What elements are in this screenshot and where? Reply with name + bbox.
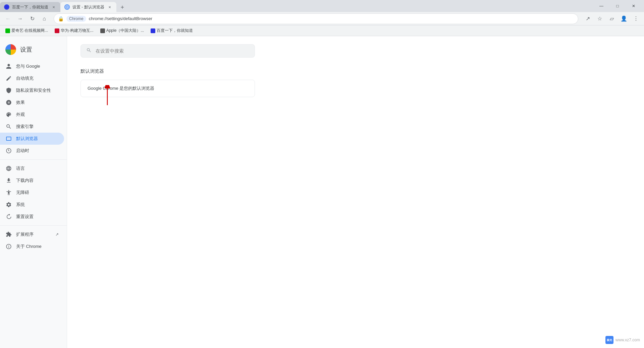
tab-label-settings: 设置 - 默认浏览器 <box>72 4 104 10</box>
more-icon: ⋮ <box>633 15 639 22</box>
minimize-button[interactable]: — <box>594 1 609 11</box>
split-icon: ▱ <box>610 15 614 22</box>
extensions-icon <box>5 231 12 238</box>
home-button[interactable]: ⌂ <box>39 13 50 24</box>
sidebar-label-google: 您与 Google <box>16 63 40 69</box>
toolbar-actions: ↗ ☆ ▱ 👤 ⋮ <box>582 13 641 24</box>
chrome-logo <box>5 44 16 55</box>
sidebar-item-downloads[interactable]: 下载内容 <box>0 175 64 187</box>
settings-search-input[interactable] <box>96 48 249 54</box>
settings-search-bar[interactable] <box>80 44 255 58</box>
sidebar-item-startup[interactable]: 启动时 <box>0 145 64 157</box>
sidebar-item-autofill[interactable]: 自动填充 <box>0 72 64 84</box>
languages-icon <box>5 165 12 172</box>
sidebar-item-performance[interactable]: 效果 <box>0 96 64 109</box>
bookmark-huawei[interactable]: 华为·构建万物互... <box>52 27 96 35</box>
tab-baidu[interactable]: 百度一下，你就知道 ✕ <box>0 2 60 12</box>
toolbar: ← → ↻ ⌂ 🔒 Chrome chrome://settings/defau… <box>0 12 644 25</box>
bookmark-favicon-apple <box>100 28 105 33</box>
forward-button[interactable]: → <box>15 13 25 24</box>
maximize-button[interactable]: □ <box>610 1 625 11</box>
refresh-button[interactable]: ↻ <box>27 13 38 24</box>
privacy-icon <box>5 87 12 94</box>
share-button[interactable]: ↗ <box>582 13 593 24</box>
more-button[interactable]: ⋮ <box>631 13 641 24</box>
sidebar-item-extensions[interactable]: 扩展程序 ↗ <box>0 228 64 240</box>
lock-icon: 🔒 <box>58 16 64 21</box>
forward-icon: → <box>17 16 23 22</box>
sidebar-item-privacy[interactable]: 隐私设置和安全性 <box>0 84 64 96</box>
home-icon: ⌂ <box>43 16 46 22</box>
system-icon <box>5 201 12 208</box>
sidebar-label-performance: 效果 <box>16 99 25 106</box>
appearance-icon <box>5 111 12 118</box>
sidebar-item-default-browser[interactable]: 默认浏览器 <box>0 133 64 145</box>
sidebar-label-reset: 重置设置 <box>16 214 34 220</box>
close-button[interactable]: ✕ <box>626 1 641 11</box>
accessibility-icon <box>5 189 12 196</box>
settings-main-wrap: 默认浏览器 Google Chrome 是您的默认浏览器 <box>67 36 644 348</box>
share-icon: ↗ <box>586 15 590 22</box>
sidebar-label-autofill: 自动填充 <box>16 75 34 81</box>
address-bar[interactable]: 🔒 Chrome chrome://settings/defaultBrowse… <box>54 13 578 24</box>
bookmark-label-apple: Apple（中国大陆）... <box>106 28 144 33</box>
autofill-icon <box>5 75 12 82</box>
tab-label-baidu: 百度一下，你就知道 <box>12 4 48 10</box>
title-bar: 百度一下，你就知道 ✕ 设置 - 默认浏览器 ✕ + — □ ✕ <box>0 0 644 12</box>
reset-icon <box>5 213 12 220</box>
default-browser-text: Google Chrome 是您的默认浏览器 <box>88 85 154 91</box>
performance-icon <box>5 99 12 106</box>
bookmark-icon: ☆ <box>597 15 602 22</box>
bookmark-button[interactable]: ☆ <box>594 13 605 24</box>
search-engine-icon <box>5 123 12 130</box>
settings-title: 设置 <box>20 46 32 54</box>
sidebar-label-downloads: 下载内容 <box>16 178 34 184</box>
default-browser-card: Google Chrome 是您的默认浏览器 <box>80 80 255 97</box>
back-button[interactable]: ← <box>3 13 13 24</box>
bookmark-baidu[interactable]: 百度一下，你就知道 <box>148 27 196 35</box>
settings-search-icon <box>86 48 92 54</box>
tab-close-settings[interactable]: ✕ <box>107 4 112 10</box>
address-chip: Chrome <box>66 16 86 22</box>
sidebar-item-google[interactable]: 您与 Google <box>0 60 64 72</box>
split-button[interactable]: ▱ <box>606 13 617 24</box>
sidebar-item-about[interactable]: 关于 Chrome <box>0 240 64 253</box>
bookmark-favicon-baidu2 <box>151 28 155 33</box>
sidebar-divider-2 <box>0 225 67 226</box>
profile-button[interactable]: 👤 <box>619 13 629 24</box>
tab-settings[interactable]: 设置 - 默认浏览器 ✕ <box>60 2 116 12</box>
bookmark-label-huawei: 华为·构建万物互... <box>61 28 93 33</box>
refresh-icon: ↻ <box>30 15 35 22</box>
watermark-label: www.xz7.com <box>615 338 640 342</box>
bookmark-apple[interactable]: Apple（中国大陆）... <box>98 27 147 35</box>
back-icon: ← <box>5 16 11 22</box>
new-tab-button[interactable]: + <box>118 3 127 12</box>
sidebar-label-about: 关于 Chrome <box>16 243 42 250</box>
sidebar-label-privacy: 隐私设置和安全性 <box>16 87 51 93</box>
sidebar-label-languages: 语言 <box>16 165 25 171</box>
sidebar-item-reset[interactable]: 重置设置 <box>0 211 64 223</box>
sidebar: 设置 您与 Google 自动填充 隐私设置和安全性 <box>0 36 67 348</box>
sidebar-divider <box>0 159 67 160</box>
tab-favicon-settings <box>64 4 70 10</box>
sidebar-label-search: 搜索引擎 <box>16 124 34 130</box>
sidebar-item-languages[interactable]: 语言 <box>0 162 64 175</box>
window-controls: — □ ✕ <box>594 0 644 12</box>
watermark-logo: 极光 <box>605 336 613 344</box>
sidebar-item-appearance[interactable]: 外观 <box>0 109 64 121</box>
bookmark-label-baidu2: 百度一下，你就知道 <box>157 28 193 33</box>
downloads-icon <box>5 177 12 184</box>
tab-close-baidu[interactable]: ✕ <box>51 4 56 10</box>
sidebar-item-system[interactable]: 系统 <box>0 199 64 211</box>
sidebar-label-system: 系统 <box>16 202 25 208</box>
tab-favicon-baidu <box>4 4 9 10</box>
bookmark-favicon-iqiyi <box>5 28 10 33</box>
section-title: 默认浏览器 <box>80 68 631 74</box>
sidebar-item-accessibility[interactable]: 无障碍 <box>0 187 64 199</box>
settings-main: 默认浏览器 Google Chrome 是您的默认浏览器 <box>67 36 644 105</box>
bookmarks-bar: 爱奇艺·在线视频网... 华为·构建万物互... Apple（中国大陆）... … <box>0 25 644 36</box>
default-browser-icon <box>5 135 12 142</box>
bookmark-iqiyi[interactable]: 爱奇艺·在线视频网... <box>3 27 51 35</box>
svg-point-1 <box>66 6 68 8</box>
sidebar-item-search[interactable]: 搜索引擎 <box>0 121 64 133</box>
